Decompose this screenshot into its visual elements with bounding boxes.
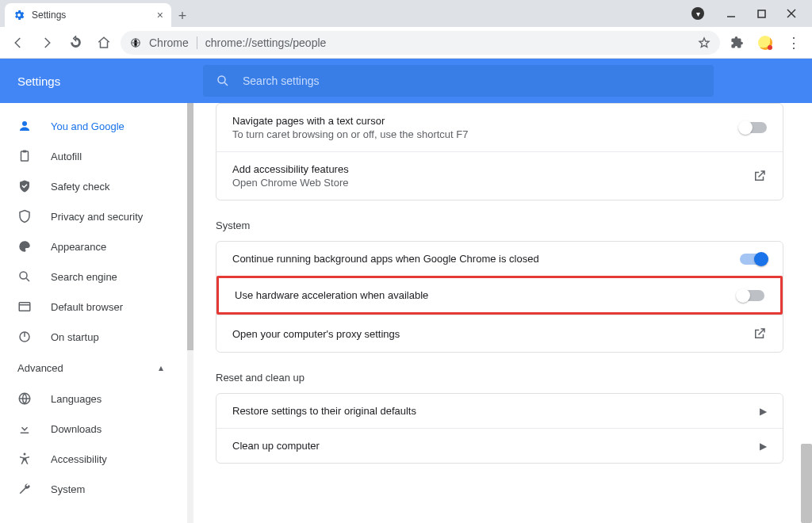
window-controls: ▾ xyxy=(691,0,812,27)
settings-content: Navigate pages with a text cursor To tur… xyxy=(187,103,812,523)
new-tab-button[interactable]: + xyxy=(171,5,193,27)
svg-rect-12 xyxy=(19,303,30,311)
svg-point-18 xyxy=(24,453,26,456)
search-icon xyxy=(216,74,230,88)
close-window-button[interactable] xyxy=(785,7,798,20)
browser-icon xyxy=(17,300,33,314)
extensions-icon[interactable] xyxy=(725,31,749,55)
svg-line-6 xyxy=(224,82,228,86)
row-title: Use hardware acceleration when available xyxy=(235,289,737,301)
chevron-up-icon: ▴ xyxy=(159,362,163,373)
sidebar-item-languages[interactable]: Languages xyxy=(0,384,187,414)
hardware-acceleration-row: Use hardware acceleration when available xyxy=(216,276,783,315)
row-title: Restore settings to their original defau… xyxy=(232,405,760,417)
download-icon xyxy=(17,422,33,436)
sidebar-item-label: Appearance xyxy=(51,241,106,253)
content-scrollbar[interactable] xyxy=(801,162,812,523)
reload-button[interactable] xyxy=(63,31,87,55)
power-icon xyxy=(17,330,33,344)
scrollbar-thumb[interactable] xyxy=(801,444,812,523)
proxy-settings-row[interactable]: Open your computer's proxy settings xyxy=(216,315,783,352)
sidebar-item-label: You and Google xyxy=(51,120,124,132)
accessibility-features-row[interactable]: Add accessibility features Open Chrome W… xyxy=(216,151,783,200)
svg-rect-9 xyxy=(23,151,27,153)
search-icon xyxy=(17,269,33,284)
caret-browsing-row: Navigate pages with a text cursor To tur… xyxy=(216,104,783,151)
accessibility-card: Navigate pages with a text cursor To tur… xyxy=(216,103,783,200)
close-tab-icon[interactable]: × xyxy=(157,9,163,21)
sidebar-advanced-toggle[interactable]: Advanced ▴ xyxy=(0,352,187,384)
sidebar-item-downloads[interactable]: Downloads xyxy=(0,414,187,444)
restore-defaults-row[interactable]: Restore settings to their original defau… xyxy=(216,394,783,428)
profile-avatar-icon[interactable] xyxy=(753,31,777,55)
tab-title: Settings xyxy=(32,10,66,21)
chevron-right-icon: ▶ xyxy=(760,406,767,417)
home-button[interactable] xyxy=(92,31,116,55)
sidebar-item-safety-check[interactable]: Safety check xyxy=(0,171,187,201)
svg-rect-1 xyxy=(758,10,765,17)
svg-point-7 xyxy=(22,121,27,126)
system-card: Continue running background apps when Go… xyxy=(216,241,783,353)
settings-search-input[interactable]: Search settings xyxy=(203,65,714,97)
svg-line-11 xyxy=(26,278,29,281)
background-apps-row: Continue running background apps when Go… xyxy=(216,242,783,276)
row-title: Clean up computer xyxy=(232,440,760,452)
row-title: Open your computer's proxy settings xyxy=(232,328,753,340)
accessibility-icon xyxy=(17,452,33,466)
sidebar-item-label: Languages xyxy=(51,393,102,405)
shield-check-icon xyxy=(17,179,33,193)
sidebar-item-on-startup[interactable]: On startup xyxy=(0,322,187,352)
reset-card: Restore settings to their original defau… xyxy=(216,393,783,464)
omnibox-divider xyxy=(197,36,197,49)
back-button[interactable] xyxy=(6,31,30,55)
wrench-icon xyxy=(17,482,33,496)
chrome-menu-button[interactable]: ⋮ xyxy=(782,31,806,55)
account-indicator-icon[interactable]: ▾ xyxy=(691,7,704,20)
background-apps-toggle[interactable] xyxy=(740,254,767,265)
svg-point-10 xyxy=(20,272,27,279)
external-link-icon xyxy=(753,169,767,183)
caret-browsing-toggle[interactable] xyxy=(740,122,767,133)
row-subtitle: Open Chrome Web Store xyxy=(232,177,753,189)
external-link-icon xyxy=(753,326,767,341)
sidebar-item-default-browser[interactable]: Default browser xyxy=(0,292,187,322)
reset-section-title: Reset and clean up xyxy=(216,372,783,384)
sidebar-item-label: Downloads xyxy=(51,423,102,435)
row-title: Continue running background apps when Go… xyxy=(232,253,740,265)
settings-header: Settings Search settings xyxy=(0,59,812,103)
sidebar-item-label: Accessibility xyxy=(51,453,107,465)
row-subtitle: To turn caret browsing on or off, use th… xyxy=(232,128,740,140)
sidebar-item-privacy[interactable]: Privacy and security xyxy=(0,201,187,231)
site-info-icon[interactable] xyxy=(130,37,141,48)
address-bar[interactable]: Chrome chrome://settings/people xyxy=(121,31,720,55)
settings-title: Settings xyxy=(0,74,203,88)
settings-sidebar: You and Google Autofill Safety check Pri… xyxy=(0,103,187,523)
browser-tab[interactable]: Settings × xyxy=(5,3,171,27)
hardware-acceleration-toggle[interactable] xyxy=(737,290,764,301)
sidebar-item-you-and-google[interactable]: You and Google xyxy=(0,111,187,141)
sidebar-item-autofill[interactable]: Autofill xyxy=(0,141,187,171)
sidebar-item-system[interactable]: System xyxy=(0,474,187,504)
minimize-button[interactable] xyxy=(725,7,737,20)
palette-icon xyxy=(17,239,33,254)
system-section-title: System xyxy=(216,220,783,231)
person-icon xyxy=(17,119,33,133)
sidebar-item-search-engine[interactable]: Search engine xyxy=(0,262,187,292)
globe-icon xyxy=(17,391,33,406)
forward-button[interactable] xyxy=(35,31,59,55)
sidebar-item-appearance[interactable]: Appearance xyxy=(0,231,187,262)
row-title: Add accessibility features xyxy=(232,163,753,175)
chevron-right-icon: ▶ xyxy=(760,441,767,452)
bookmark-star-icon[interactable] xyxy=(698,36,710,49)
shield-icon xyxy=(17,209,33,223)
advanced-label: Advanced xyxy=(17,362,63,374)
sidebar-item-label: Default browser xyxy=(51,301,123,313)
sidebar-item-label: Privacy and security xyxy=(51,211,143,223)
row-title: Navigate pages with a text cursor xyxy=(232,115,740,127)
sidebar-item-label: Search engine xyxy=(51,271,117,283)
omnibox-prefix: Chrome xyxy=(149,36,189,49)
sidebar-item-accessibility[interactable]: Accessibility xyxy=(0,444,187,474)
sidebar-item-label: Safety check xyxy=(51,181,109,193)
maximize-button[interactable] xyxy=(755,7,768,20)
cleanup-computer-row[interactable]: Clean up computer ▶ xyxy=(216,428,783,463)
